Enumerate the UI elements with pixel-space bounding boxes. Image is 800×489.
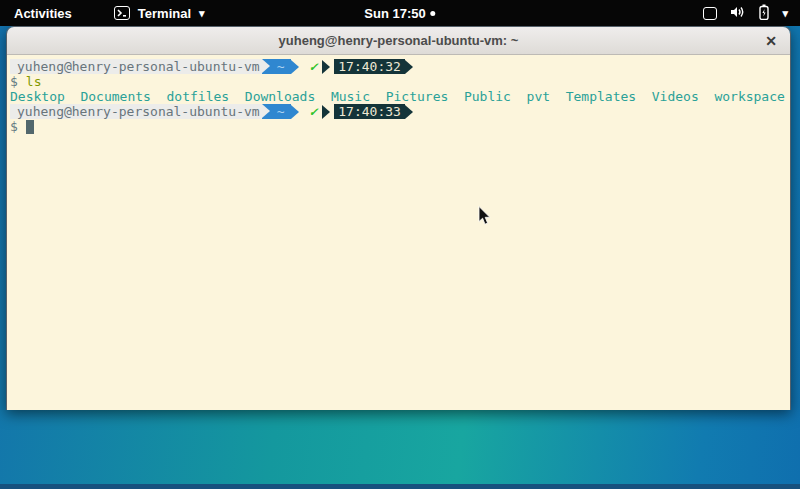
check-icon: ✓ [309,104,317,119]
powerline-arrow-icon [291,105,299,119]
terminal-app-icon [114,6,130,20]
window-title: yuheng@henry-personal-ubuntu-vm: ~ [279,33,519,48]
prompt-time: 17:40:33 [334,104,405,119]
system-status-menu[interactable]: ▾ [703,4,788,23]
clock-label: Sun 17:50 [364,6,425,21]
command-line: $ls [10,74,787,89]
focused-app-menu[interactable]: Terminal ▾ [114,6,205,21]
powerline-arrow-icon [405,60,413,74]
check-icon: ✓ [309,59,317,74]
prompt-time: 17:40:32 [334,59,405,74]
notification-dot-icon [431,11,436,16]
prompt-line: yuheng@henry-personal-ubuntu-vm ~ ✓ 17:4… [10,59,787,74]
battery-charging-icon [759,4,769,23]
activities-button[interactable]: Activities [10,6,76,21]
prompt-path-segment: ~ [262,59,292,74]
focused-app-name: Terminal [138,6,191,21]
chevron-down-icon: ▾ [782,8,788,19]
desktop: Activities Terminal ▾ Sun 17:50 [0,0,800,489]
terminal-window: yuheng@henry-personal-ubuntu-vm: ~ ✕ yuh… [6,26,791,410]
close-icon[interactable]: ✕ [765,34,777,48]
mouse-pointer-icon [478,206,492,226]
powerline-arrow-icon [405,105,413,119]
clock-button[interactable]: Sun 17:50 [364,6,435,21]
typed-command: ls [26,74,42,89]
volume-icon [730,5,746,22]
terminal-content[interactable]: yuheng@henry-personal-ubuntu-vm ~ ✓ 17:4… [7,55,790,410]
display-icon [703,7,717,20]
input-line[interactable]: $ [10,119,787,134]
wallpaper-bottom-edge [0,484,800,489]
powerline-arrow-icon [322,105,330,119]
prompt-line: yuheng@henry-personal-ubuntu-vm ~ ✓ 17:4… [10,104,787,119]
chevron-down-icon: ▾ [199,8,205,19]
text-cursor [26,120,34,134]
prompt-path-segment: ~ [262,104,292,119]
ls-output: Desktop Documents dotfiles Downloads Mus… [10,89,787,104]
prompt-dollar: $ [10,119,18,134]
top-bar: Activities Terminal ▾ Sun 17:50 [0,0,800,26]
prompt-user-segment: yuheng@henry-personal-ubuntu-vm [10,104,262,119]
window-titlebar[interactable]: yuheng@henry-personal-ubuntu-vm: ~ ✕ [7,27,790,55]
powerline-arrow-icon [322,60,330,74]
prompt-user-segment: yuheng@henry-personal-ubuntu-vm [10,59,262,74]
prompt-dollar: $ [10,74,18,89]
powerline-arrow-icon [291,60,299,74]
